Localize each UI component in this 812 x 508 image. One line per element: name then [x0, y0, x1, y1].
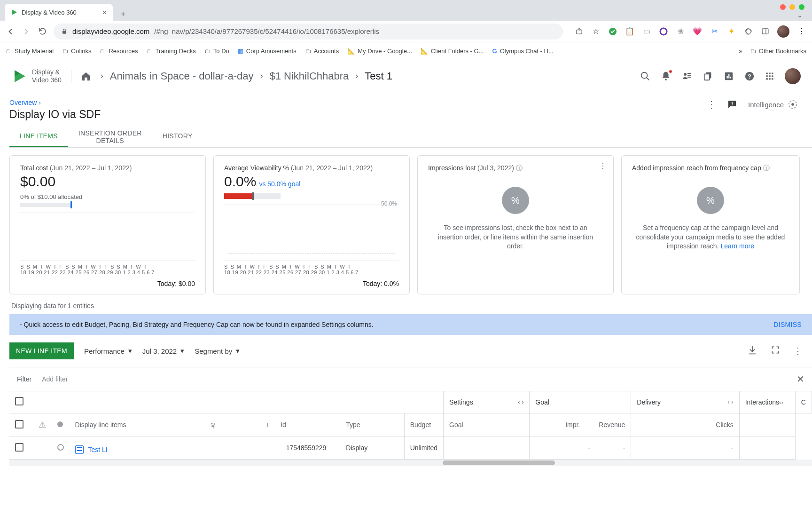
page-menu-icon[interactable]: ⋮: [707, 99, 716, 110]
analytics-icon[interactable]: [724, 71, 734, 81]
copy-icon[interactable]: [703, 71, 713, 81]
mac-minimize-dot[interactable]: [789, 4, 795, 10]
expand-icon[interactable]: ‹›: [779, 399, 783, 406]
bookmark-accounts[interactable]: 🗀Accounts: [305, 48, 339, 55]
bookmarks-bar: 🗀Study Material 🗀Golinks 🗀Resources 🗀Tra…: [0, 42, 812, 60]
col-group-interactions[interactable]: Interactions‹›: [739, 391, 795, 413]
new-line-item-button[interactable]: NEW LINE ITEM: [9, 342, 74, 359]
select-all-sub-checkbox[interactable]: [15, 420, 23, 429]
fullscreen-icon[interactable]: [771, 345, 780, 357]
other-bookmarks[interactable]: 🗀Other Bookmarks: [750, 48, 806, 55]
mac-close-dot[interactable]: [780, 4, 786, 10]
back-button[interactable]: [6, 27, 15, 36]
ext-sparkle-icon[interactable]: ✦: [726, 27, 736, 36]
download-icon[interactable]: [747, 345, 757, 357]
ext-leaf-icon[interactable]: ❀: [676, 27, 685, 36]
select-all-checkbox[interactable]: [15, 397, 23, 405]
ext-card-icon[interactable]: ▭: [642, 27, 651, 36]
overview-link[interactable]: Overview ›: [9, 99, 707, 106]
home-icon[interactable]: [81, 71, 91, 81]
folder-icon: 🗀: [305, 48, 311, 55]
close-filter-icon[interactable]: ✕: [796, 373, 804, 385]
side-panel-icon[interactable]: [760, 27, 770, 36]
performance-dropdown[interactable]: Performance ▾: [84, 347, 132, 355]
line-item-name-link[interactable]: Test LI: [88, 446, 108, 453]
sort-asc-icon[interactable]: ↑: [266, 421, 269, 429]
tab-history[interactable]: HISTORY: [152, 127, 203, 147]
tab-io-details[interactable]: INSERTION ORDERDETAILS: [68, 127, 152, 147]
total-cost-chart: [20, 213, 195, 261]
table-row[interactable]: Test LI 17548559229 Display Unlimited --…: [9, 437, 812, 459]
bookmark-golinks[interactable]: 🗀Golinks: [62, 48, 91, 55]
col-budget[interactable]: Budget: [404, 413, 443, 437]
notifications-icon[interactable]: [661, 71, 671, 81]
card-menu-icon[interactable]: ⋮: [599, 161, 607, 170]
star-icon[interactable]: ☆: [591, 27, 601, 36]
tab-line-items[interactable]: LINE ITEMS: [9, 127, 68, 147]
col-id[interactable]: Id: [275, 413, 340, 437]
url-domain: displayvideo.google.com: [72, 27, 149, 35]
bookmark-study-material[interactable]: 🗀Study Material: [6, 48, 54, 55]
cell-type: Display: [340, 437, 404, 459]
col-group-delivery[interactable]: Delivery ‹ ›: [631, 391, 739, 413]
user-avatar[interactable]: [785, 68, 801, 84]
bookmark-corp-amusements[interactable]: ▦Corp Amusements: [238, 48, 297, 55]
date-dropdown[interactable]: Jul 3, 2022 ▾: [142, 347, 184, 355]
bookmark-client-folders[interactable]: 📐Client Folders - G...: [421, 48, 484, 55]
tab-close-icon[interactable]: ✕: [102, 9, 107, 16]
apps-icon[interactable]: [765, 71, 774, 81]
ext-scissors-icon[interactable]: ✂: [710, 27, 719, 36]
app-logo[interactable]: Display &Video 360: [11, 68, 62, 84]
ext-heart-icon[interactable]: 💗: [693, 27, 702, 36]
forward-button[interactable]: [22, 27, 31, 36]
mac-maximize-dot[interactable]: [799, 4, 804, 10]
card-viewability: Average Viewability % (Jun 21, 2022 – Ju…: [213, 155, 410, 294]
bookmark-todo[interactable]: 🗀To Do: [204, 48, 229, 55]
col-clicks[interactable]: Clicks: [631, 413, 739, 437]
intelligence-button[interactable]: Intelligence: [748, 99, 798, 110]
horizontal-scrollbar[interactable]: [9, 460, 812, 466]
segment-dropdown[interactable]: Segment by ▾: [195, 347, 240, 355]
ext-calendar-icon[interactable]: 📋: [625, 27, 634, 36]
svg-point-12: [684, 73, 687, 76]
col-display-line-items[interactable]: Display line items ↑: [70, 413, 275, 437]
breadcrumb-advertiser[interactable]: Animals in Space - dollar-a-day: [110, 70, 254, 82]
ext-green-check-icon[interactable]: [608, 27, 617, 36]
bookmark-olympus-chat[interactable]: GOlympus Chat - H...: [492, 48, 554, 55]
bookmarks-overflow[interactable]: »: [739, 48, 742, 55]
team-icon[interactable]: [681, 71, 693, 82]
info-icon[interactable]: ⓘ: [516, 164, 523, 172]
ext-purple-circle-icon[interactable]: [659, 27, 668, 36]
new-tab-button[interactable]: +: [117, 8, 130, 21]
bookmark-my-drive[interactable]: 📐My Drive - Google...: [347, 48, 412, 55]
search-icon[interactable]: [640, 71, 650, 81]
col-goal[interactable]: Goal: [444, 413, 530, 437]
bookmark-training-decks[interactable]: 🗀Training Decks: [147, 48, 196, 55]
row-checkbox[interactable]: [15, 443, 23, 452]
dv360-logo-icon: [11, 68, 27, 84]
dismiss-button[interactable]: DISMISS: [773, 321, 802, 328]
address-bar[interactable]: displayvideo.google.com/#ng_nav/p/234340…: [54, 24, 563, 40]
col-type[interactable]: Type: [340, 413, 404, 437]
add-filter-button[interactable]: Add filter: [42, 375, 68, 383]
info-icon[interactable]: ⓘ: [763, 164, 770, 172]
bookmark-resources[interactable]: 🗀Resources: [100, 48, 138, 55]
extensions-icon[interactable]: [743, 27, 753, 36]
cards-next-button[interactable]: [807, 155, 812, 294]
browser-tab-active[interactable]: Display & Video 360 ✕: [5, 4, 113, 21]
tab-list-dropdown-icon[interactable]: ⌄: [792, 9, 807, 21]
help-icon[interactable]: ?: [744, 71, 755, 81]
feedback-icon[interactable]: [726, 99, 738, 110]
expand-icon[interactable]: ‹ ›: [518, 398, 523, 405]
col-group-settings[interactable]: Settings ‹ ›: [444, 391, 530, 413]
chrome-menu-icon[interactable]: ⋮: [797, 27, 806, 36]
svg-rect-20: [728, 74, 729, 78]
share-icon[interactable]: [574, 27, 584, 36]
expand-icon[interactable]: ‹ ›: [727, 398, 733, 405]
learn-more-link[interactable]: Learn more: [720, 242, 754, 250]
svg-rect-34: [732, 104, 733, 105]
table-menu-icon[interactable]: ⋮: [793, 345, 803, 357]
breadcrumb-campaign[interactable]: $1 NikhilChhabra: [270, 70, 349, 82]
profile-avatar[interactable]: [777, 25, 789, 38]
reload-button[interactable]: [38, 27, 47, 36]
